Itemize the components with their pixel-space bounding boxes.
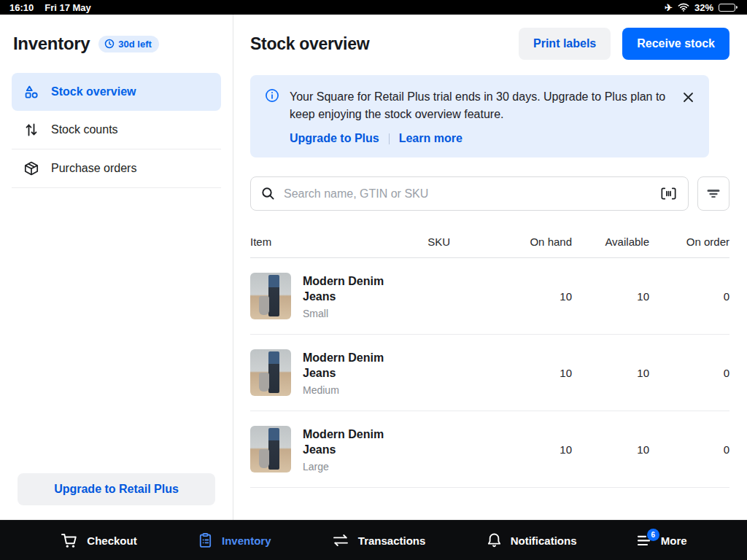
- trial-banner: Your Square for Retail Plus trial ends i…: [250, 75, 709, 158]
- nav-item-notifications[interactable]: Notifications: [486, 532, 577, 549]
- available-value: 10: [572, 367, 649, 379]
- bell-icon: [486, 532, 503, 549]
- sidebar-title: Inventory: [13, 34, 90, 54]
- upgrade-retail-plus-button[interactable]: Upgrade to Retail Plus: [18, 473, 215, 505]
- learn-more-link[interactable]: Learn more: [399, 132, 462, 145]
- more-badge: 6: [647, 529, 659, 541]
- column-header-on-hand: On hand: [450, 236, 572, 257]
- column-header-available: Available: [572, 236, 649, 257]
- print-labels-button[interactable]: Print labels: [519, 28, 611, 60]
- filter-icon: [707, 189, 720, 199]
- upgrade-to-plus-link[interactable]: Upgrade to Plus: [290, 132, 379, 145]
- item-name: Modern Denim Jeans: [303, 350, 389, 381]
- cart-icon: [60, 532, 79, 549]
- nav-item-more[interactable]: 6 More: [637, 534, 687, 547]
- column-header-item: Item: [250, 236, 384, 257]
- transfer-arrows-icon: [331, 533, 350, 548]
- package-icon: [23, 160, 39, 176]
- app-screen: 16:10 Fri 17 May ✈ 32% Inventory: [0, 0, 747, 560]
- on-order-value: 0: [649, 290, 729, 303]
- table-row[interactable]: Modern Denim Jeans Medium 10 10 0: [250, 335, 729, 411]
- search-field[interactable]: [250, 176, 689, 211]
- sidebar-item-stock-overview[interactable]: Stock overview: [12, 73, 221, 111]
- table-header: Item SKU On hand Available On order: [250, 236, 729, 258]
- table-row[interactable]: Modern Denim Jeans Large 10 10 0: [250, 411, 729, 488]
- nav-item-transactions[interactable]: Transactions: [331, 533, 426, 548]
- menu-lines-icon: 6: [637, 534, 653, 547]
- on-hand-value: 10: [450, 443, 572, 456]
- search-input[interactable]: [284, 187, 651, 201]
- battery-icon: [719, 4, 738, 12]
- clock-icon: [104, 39, 115, 49]
- on-order-value: 0: [649, 443, 729, 456]
- available-value: 10: [572, 443, 649, 456]
- available-value: 10: [572, 290, 649, 303]
- item-variation: Small: [303, 308, 384, 319]
- battery-percent: 32%: [694, 2, 713, 13]
- banner-close-button[interactable]: [681, 90, 696, 105]
- item-variation: Large: [303, 461, 384, 472]
- table-row[interactable]: Modern Denim Jeans Small 10 10 0: [250, 258, 729, 335]
- item-thumbnail: [250, 426, 291, 472]
- banner-message: Your Square for Retail Plus trial ends i…: [290, 88, 670, 123]
- receive-stock-button[interactable]: Receive stock: [622, 28, 729, 60]
- barcode-scan-icon[interactable]: [659, 186, 678, 201]
- status-date: Fri 17 May: [44, 2, 91, 13]
- status-time: 16:10: [9, 2, 34, 13]
- shapes-icon: [23, 84, 39, 100]
- info-icon: [265, 88, 279, 103]
- close-icon: [682, 91, 694, 104]
- item-name: Modern Denim Jeans: [303, 273, 389, 304]
- sidebar-item-purchase-orders[interactable]: Purchase orders: [12, 149, 221, 187]
- page-title: Stock overview: [250, 34, 369, 54]
- item-name: Modern Denim Jeans: [303, 427, 389, 457]
- main-content: Stock overview Print labels Receive stoc…: [233, 15, 747, 520]
- sidebar-menu: Stock overview Stock counts: [12, 73, 221, 188]
- sidebar-item-stock-counts[interactable]: Stock counts: [12, 111, 221, 149]
- filter-button[interactable]: [697, 176, 729, 211]
- clipboard-icon: [197, 532, 214, 549]
- wifi-icon: [678, 3, 689, 12]
- nav-item-inventory[interactable]: Inventory: [197, 532, 271, 549]
- link-separator: [389, 133, 390, 144]
- stock-table: Item SKU On hand Available On order Mode…: [250, 236, 729, 488]
- sort-arrows-icon: [23, 122, 39, 138]
- item-thumbnail: [250, 349, 291, 396]
- status-bar: 16:10 Fri 17 May ✈ 32%: [0, 0, 747, 15]
- on-hand-value: 10: [450, 290, 572, 303]
- item-variation: Medium: [303, 384, 384, 396]
- nav-item-checkout[interactable]: Checkout: [60, 532, 136, 549]
- trial-countdown-badge: 30d left: [98, 36, 159, 52]
- sidebar: Inventory 30d left: [0, 15, 233, 520]
- on-hand-value: 10: [450, 367, 572, 379]
- column-header-on-order: On order: [649, 236, 729, 257]
- airplane-mode-icon: ✈: [665, 3, 673, 12]
- column-header-sku: SKU: [384, 236, 450, 257]
- search-icon: [261, 187, 275, 201]
- item-thumbnail: [250, 273, 291, 319]
- on-order-value: 0: [649, 367, 729, 379]
- bottom-nav: Checkout Inventory Transactions: [0, 520, 747, 560]
